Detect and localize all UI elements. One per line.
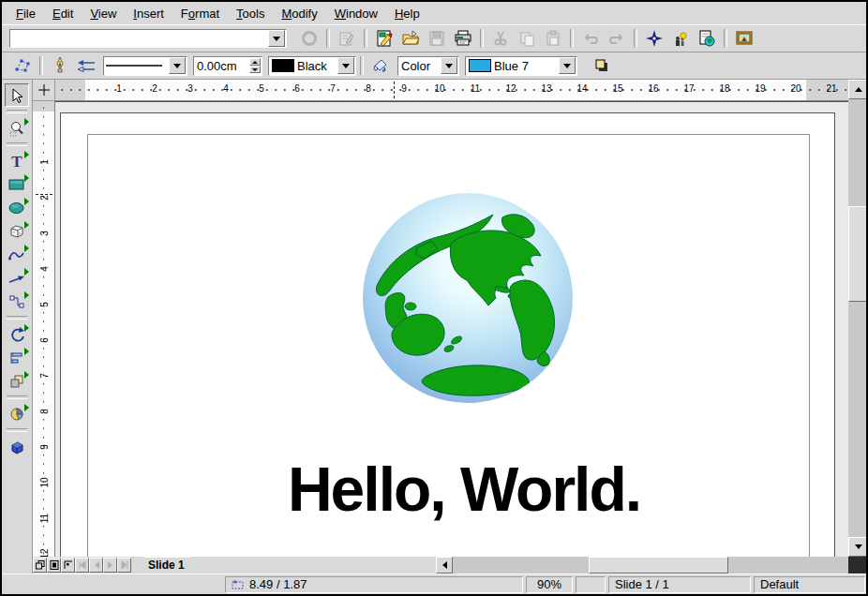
3d-controller-button[interactable]	[5, 435, 29, 458]
arrow-style-button[interactable]	[74, 53, 98, 78]
line-width-field[interactable]: 0.00cm	[193, 56, 262, 76]
redo-button[interactable]	[605, 26, 629, 51]
menu-modify[interactable]: Modify	[273, 4, 325, 23]
ruler-number: 16	[648, 83, 658, 94]
vertical-ruler[interactable]: 123456789101112	[33, 101, 55, 557]
stop-button[interactable]	[297, 26, 322, 51]
url-dropdown-button[interactable]	[268, 30, 285, 47]
status-empty-cell	[576, 576, 606, 593]
slide-title-text[interactable]: Hello, World.	[288, 454, 640, 525]
previous-icon	[92, 560, 101, 570]
fill-style-select[interactable]: Color	[397, 56, 459, 76]
print-button[interactable]	[451, 26, 475, 51]
area-dialog-button[interactable]	[368, 53, 393, 78]
vertical-scroll-thumb[interactable]	[848, 206, 868, 302]
line-style-select[interactable]	[103, 56, 187, 76]
horizontal-scroll-thumb[interactable]	[589, 557, 728, 574]
ruler-number: 7	[38, 373, 49, 379]
rotate-tool-button[interactable]	[5, 322, 29, 346]
fill-color-select[interactable]: Blue 7	[465, 56, 577, 76]
ellipse-icon	[7, 201, 26, 216]
text-tool-button[interactable]: T	[5, 149, 29, 172]
undo-icon	[581, 30, 600, 47]
menu-tools[interactable]: Tools	[228, 4, 273, 23]
horizontal-ruler[interactable]: 123456789101112131415161718192021	[55, 80, 848, 101]
menu-window[interactable]: Window	[326, 4, 386, 23]
previous-slide-button[interactable]	[89, 558, 103, 573]
ruler-corner-button[interactable]	[33, 80, 55, 101]
globe-image[interactable]	[362, 192, 574, 404]
paste-icon	[545, 30, 561, 47]
connector-tool-button[interactable]	[5, 290, 29, 313]
scroll-left-button[interactable]	[436, 557, 453, 574]
master-mode-button[interactable]	[61, 558, 75, 573]
ruler-number: 7	[330, 83, 336, 94]
line-dialog-button[interactable]	[48, 53, 72, 78]
navigator-button[interactable]	[642, 26, 666, 51]
ellipse-tool-button[interactable]	[5, 196, 29, 219]
menu-insert[interactable]: Insert	[125, 4, 172, 23]
ruler-number: 10	[38, 477, 49, 487]
line-color-dropdown-button[interactable]	[337, 57, 354, 74]
line-width-spinner[interactable]	[249, 58, 261, 73]
menu-help[interactable]: Help	[386, 4, 428, 23]
fill-style-dropdown-button[interactable]	[441, 57, 457, 74]
page-style-value: Default	[760, 577, 799, 591]
first-slide-button[interactable]	[75, 558, 89, 573]
edit-points-button[interactable]	[10, 53, 35, 78]
arrange-tool-button[interactable]	[5, 369, 29, 393]
ruler-number: 6	[294, 83, 300, 94]
alignment-tool-button[interactable]	[5, 346, 29, 369]
zoom-tool-button[interactable]	[5, 116, 29, 140]
stop-icon	[301, 30, 318, 47]
layer-mode-button[interactable]	[33, 558, 47, 573]
line-color-select[interactable]: Black	[268, 56, 356, 76]
ruler-number: 13	[541, 83, 551, 94]
horizontal-scrollbar[interactable]	[436, 557, 868, 574]
3d-object-tool-button[interactable]	[5, 219, 29, 243]
rectangle-tool-button[interactable]	[5, 172, 29, 196]
edit-file-button[interactable]	[335, 26, 359, 51]
page-style-cell[interactable]: Default	[754, 576, 865, 593]
copy-button[interactable]	[515, 26, 539, 51]
line-arrow-icon	[7, 272, 26, 285]
menu-edit[interactable]: Edit	[44, 4, 82, 23]
open-button[interactable]	[398, 26, 423, 51]
select-tool-button[interactable]	[5, 83, 29, 107]
cut-button[interactable]	[488, 26, 513, 51]
scroll-up-button[interactable]	[848, 80, 868, 99]
slide-tab[interactable]: Slide 1	[137, 557, 198, 574]
slide-canvas[interactable]: Hello, World.	[55, 101, 848, 557]
paste-button[interactable]	[541, 26, 565, 51]
scrollbar-corner	[848, 557, 868, 574]
save-button[interactable]	[425, 26, 449, 51]
menu-view[interactable]: View	[82, 4, 125, 23]
flyout-arrow-icon	[24, 291, 29, 299]
bottom-bar: Slide 1	[33, 557, 848, 574]
cursor-position-cell: 8.49 / 1.87	[225, 576, 523, 593]
hyperlink-button[interactable]	[695, 26, 719, 51]
zoom-level-cell[interactable]: 90%	[526, 576, 573, 593]
insert-tool-button[interactable]	[5, 402, 29, 425]
undo-button[interactable]	[578, 26, 603, 51]
menu-file[interactable]: File	[7, 4, 44, 23]
gallery-button[interactable]	[732, 26, 756, 51]
wizard-button[interactable]	[668, 26, 693, 51]
fill-color-swatch	[469, 59, 491, 72]
line-style-preview	[104, 61, 164, 70]
curve-tool-button[interactable]	[5, 243, 29, 266]
next-slide-button[interactable]	[103, 558, 117, 573]
ruler-number: 9	[38, 444, 49, 450]
scroll-down-button[interactable]	[848, 537, 868, 557]
fill-color-dropdown-button[interactable]	[559, 57, 576, 74]
new-document-button[interactable]	[372, 26, 397, 51]
menu-bar: File Edit View Insert Format Tools Modif…	[2, 2, 866, 25]
line-tool-button[interactable]	[5, 266, 29, 290]
vertical-scrollbar[interactable]	[848, 80, 868, 557]
url-combobox[interactable]	[9, 29, 287, 48]
slide-mode-button[interactable]	[47, 558, 61, 573]
menu-format[interactable]: Format	[172, 4, 228, 23]
shadow-button[interactable]	[590, 53, 614, 78]
last-slide-button[interactable]	[117, 558, 131, 573]
line-style-dropdown-button[interactable]	[169, 57, 186, 74]
